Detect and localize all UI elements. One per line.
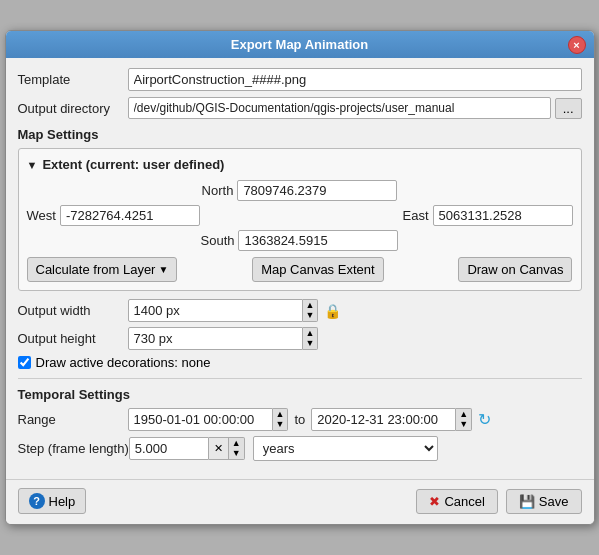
range-label: Range (18, 412, 128, 427)
help-label: Help (49, 494, 76, 509)
range-to-up[interactable]: ▲ (456, 409, 471, 420)
step-input[interactable] (129, 437, 209, 460)
range-to-down[interactable]: ▼ (456, 420, 471, 431)
dialog-footer: ? Help ✖ Cancel 💾 Save (6, 479, 594, 524)
south-input[interactable] (238, 230, 398, 251)
step-spinbox: ✕ ▲ ▼ (129, 437, 245, 460)
calculate-from-layer-button[interactable]: Calculate from Layer ▼ (27, 257, 178, 282)
step-down[interactable]: ▼ (229, 449, 244, 460)
output-width-spinbox: ▲ ▼ (128, 299, 319, 322)
range-from-down[interactable]: ▼ (273, 420, 288, 431)
template-row: Template (18, 68, 582, 91)
west-east-row: West East (27, 205, 573, 226)
output-width-input[interactable] (128, 299, 303, 322)
range-row: Range ▲ ▼ to ▲ ▼ ↻ (18, 408, 582, 431)
template-input[interactable] (128, 68, 582, 91)
cancel-button[interactable]: ✖ Cancel (416, 489, 497, 514)
output-width-up[interactable]: ▲ (303, 300, 318, 311)
north-label: North (202, 183, 234, 198)
map-settings-header: Map Settings (18, 127, 582, 142)
output-height-arrows: ▲ ▼ (303, 327, 319, 350)
output-width-label: Output width (18, 303, 128, 318)
dropdown-arrow-icon: ▼ (158, 264, 168, 275)
save-button[interactable]: 💾 Save (506, 489, 582, 514)
step-up[interactable]: ▲ (229, 438, 244, 449)
draw-decorations-row: Draw active decorations: none (18, 355, 582, 370)
output-height-up[interactable]: ▲ (303, 328, 318, 339)
collapse-icon[interactable]: ▼ (27, 159, 38, 171)
help-icon: ? (29, 493, 45, 509)
draw-on-canvas-button[interactable]: Draw on Canvas (458, 257, 572, 282)
output-width-down[interactable]: ▼ (303, 311, 318, 322)
range-to-input[interactable] (311, 408, 456, 431)
output-height-spinbox: ▲ ▼ (128, 327, 319, 350)
output-directory-input[interactable] (128, 97, 551, 119)
east-group: East (402, 205, 572, 226)
extent-title: ▼ Extent (current: user defined) (27, 157, 573, 172)
browse-button[interactable]: ... (555, 98, 582, 119)
output-height-label: Output height (18, 331, 128, 346)
range-from-spinbox: ▲ ▼ (128, 408, 289, 431)
north-row: North (27, 180, 573, 201)
north-input[interactable] (237, 180, 397, 201)
draw-decorations-checkbox[interactable] (18, 356, 31, 369)
save-label: Save (539, 494, 569, 509)
close-button[interactable]: × (568, 36, 586, 54)
range-from-input[interactable] (128, 408, 273, 431)
south-row: South (27, 230, 573, 251)
output-width-row: Output width ▲ ▼ 🔒 (18, 299, 582, 322)
output-height-down[interactable]: ▼ (303, 339, 318, 350)
extent-buttons-row: Calculate from Layer ▼ Map Canvas Extent… (27, 257, 573, 282)
cancel-label: Cancel (444, 494, 484, 509)
draw-decorations-label: Draw active decorations: none (36, 355, 211, 370)
help-button[interactable]: ? Help (18, 488, 87, 514)
range-from-up[interactable]: ▲ (273, 409, 288, 420)
south-label: South (201, 233, 235, 248)
to-label: to (294, 412, 305, 427)
east-input[interactable] (433, 205, 573, 226)
output-height-input[interactable] (128, 327, 303, 350)
range-to-spinbox: ▲ ▼ (311, 408, 472, 431)
output-width-arrows: ▲ ▼ (303, 299, 319, 322)
action-buttons: ✖ Cancel 💾 Save (416, 489, 581, 514)
west-group: West (27, 205, 200, 226)
west-input[interactable] (60, 205, 200, 226)
step-unit-select[interactable]: seconds minutes hours days weeks months … (253, 436, 438, 461)
east-label: East (402, 208, 428, 223)
cancel-icon: ✖ (429, 494, 440, 509)
step-arrows: ▲ ▼ (229, 437, 245, 460)
range-from-arrows: ▲ ▼ (273, 408, 289, 431)
extent-box: ▼ Extent (current: user defined) North W… (18, 148, 582, 291)
output-directory-label: Output directory (18, 101, 128, 116)
calculate-from-layer-label: Calculate from Layer (36, 262, 156, 277)
map-canvas-extent-button[interactable]: Map Canvas Extent (252, 257, 383, 282)
titlebar: Export Map Animation × (6, 31, 594, 58)
range-to-arrows: ▲ ▼ (456, 408, 472, 431)
output-directory-row: Output directory ... (18, 97, 582, 119)
dialog-content: Template Output directory ... Map Settin… (6, 58, 594, 479)
template-label: Template (18, 72, 128, 87)
extent-title-text: Extent (current: user defined) (42, 157, 224, 172)
lock-icon: 🔒 (324, 303, 341, 319)
dialog-title: Export Map Animation (231, 37, 368, 52)
step-label: Step (frame length) (18, 441, 129, 456)
west-label: West (27, 208, 56, 223)
save-icon: 💾 (519, 494, 535, 509)
step-row: Step (frame length) ✕ ▲ ▼ seconds minute… (18, 436, 582, 461)
export-map-animation-dialog: Export Map Animation × Template Output d… (5, 30, 595, 525)
refresh-button[interactable]: ↻ (478, 410, 491, 429)
temporal-settings-header: Temporal Settings (18, 378, 582, 402)
output-height-row: Output height ▲ ▼ (18, 327, 582, 350)
step-clear-button[interactable]: ✕ (209, 437, 229, 460)
